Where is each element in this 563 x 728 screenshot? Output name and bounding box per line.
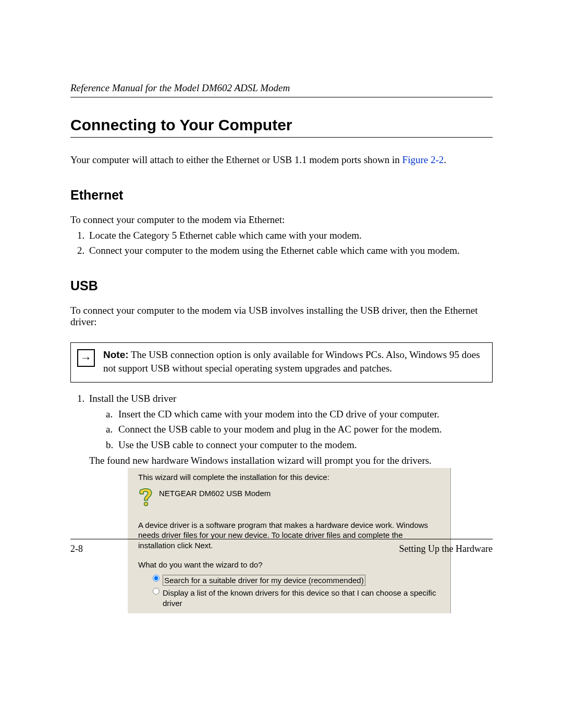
note-body: The USB connection option is only availa… [103, 349, 480, 374]
document-page: Reference Manual for the Model DM602 ADS… [0, 0, 563, 728]
note-label: Note: [103, 349, 129, 360]
sub-label: b. [106, 438, 118, 452]
usb-heading: USB [70, 278, 493, 293]
sub-label: a. [106, 408, 118, 421]
wizard-option-list[interactable]: Display a list of the known drivers for … [153, 588, 440, 608]
wizard-option-search[interactable]: Search for a suitable driver for my devi… [153, 575, 440, 586]
list-item: b.Use the USB cable to connect your comp… [106, 438, 493, 452]
page-footer: 2-8 Setting Up the Hardware [70, 539, 493, 554]
list-item: a.Insert the CD which came with your mod… [106, 408, 493, 421]
radio-list[interactable] [153, 588, 160, 595]
intro-text-post: . [444, 154, 446, 165]
note-box: → Note: The USB connection option is onl… [70, 342, 493, 382]
radio-label: Search for a suitable driver for my devi… [163, 575, 365, 586]
wizard-question: What do you want the wizard to do? [138, 560, 440, 570]
intro-paragraph: Your computer will attach to either the … [70, 153, 493, 167]
sub-text: Use the USB cable to connect your comput… [118, 439, 357, 450]
ethernet-list: Locate the Category 5 Ethernet cable whi… [70, 229, 493, 257]
install-list: Install the USB driver a.Insert the CD w… [70, 392, 493, 613]
radio-search[interactable] [153, 575, 160, 582]
wizard-line-1: This wizard will complete the installati… [138, 472, 440, 483]
wizard-device-row: NETGEAR DM602 USB Modem [138, 487, 440, 511]
install-sublist: a.Insert the CD which came with your mod… [89, 408, 493, 452]
install-continuation: The found new hardware Windows installat… [89, 454, 493, 467]
install-step-1: Install the USB driver [89, 393, 176, 404]
sub-text: Connect the USB cable to your modem and … [118, 424, 442, 435]
help-icon [138, 487, 159, 511]
running-header: Reference Manual for the Model DM602 ADS… [70, 82, 493, 97]
svg-point-0 [144, 502, 148, 505]
section-title: Connecting to Your Computer [70, 116, 493, 138]
list-item: Locate the Category 5 Ethernet cable whi… [87, 229, 493, 242]
sub-label: a. [106, 423, 118, 436]
page-number: 2-8 [70, 544, 83, 554]
sub-text: Insert the CD which came with your modem… [118, 409, 439, 419]
usb-lead: To connect your computer to the modem vi… [70, 305, 493, 328]
chapter-name: Setting Up the Hardware [399, 544, 493, 554]
intro-text-pre: Your computer will attach to either the … [70, 154, 402, 165]
wizard-device-name: NETGEAR DM602 USB Modem [159, 487, 271, 499]
ethernet-heading: Ethernet [70, 188, 493, 203]
radio-label: Display a list of the known drivers for … [163, 588, 440, 608]
figure-2-2-link[interactable]: Figure 2-2 [402, 154, 444, 165]
note-text: Note: The USB connection option is only … [103, 348, 486, 375]
ethernet-lead: To connect your computer to the modem vi… [70, 214, 493, 226]
note-icon-wrap: → [77, 348, 103, 375]
list-item: a.Connect the USB cable to your modem an… [106, 423, 493, 436]
list-item: Connect your computer to the modem using… [87, 244, 493, 257]
list-item: Install the USB driver a.Insert the CD w… [87, 392, 493, 613]
arrow-right-icon: → [77, 349, 95, 367]
